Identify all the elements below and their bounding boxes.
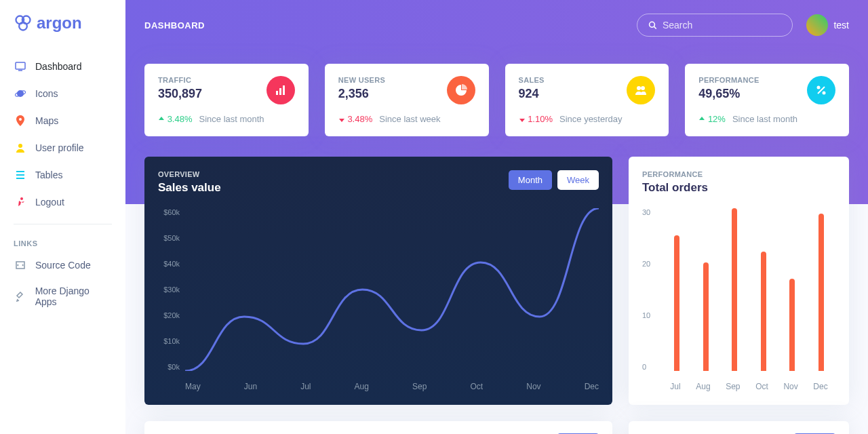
sidebar-item-label: Tables (35, 170, 62, 180)
svg-point-11 (20, 197, 23, 200)
sidebar-item-logout[interactable]: Logout (0, 189, 125, 216)
tab-month[interactable]: Month (509, 170, 552, 190)
chart-overline: PERFORMANCE (642, 170, 708, 178)
username: test (833, 20, 849, 31)
stat-change: 3.48% (158, 114, 193, 124)
search-box[interactable] (637, 14, 793, 37)
argon-logo-icon (14, 14, 33, 33)
divider (14, 224, 112, 224)
brand-name: argon (37, 14, 82, 33)
chart-overline: OVERVIEW (158, 170, 221, 178)
svg-point-2 (19, 22, 27, 31)
sidebar-item-icons[interactable]: Icons (0, 80, 125, 107)
sidebar-item-label: Maps (35, 115, 58, 126)
social-traffic-card: Social traffic See all (629, 421, 849, 434)
chart-title: Total orders (642, 181, 708, 195)
pin-icon (14, 114, 27, 127)
stat-value: 2,356 (338, 87, 385, 101)
percent-icon (807, 76, 835, 104)
stat-since: Since yesterday (559, 114, 623, 124)
main-content: DASHBOARD test TRAFFIC 350,897 (125, 0, 868, 434)
sales-chart-card: OVERVIEW Sales value Month Week $60k$50k… (144, 157, 612, 405)
sidebar-item-label: Logout (35, 197, 64, 208)
planet-icon (14, 87, 27, 100)
svg-point-13 (650, 22, 655, 27)
sidebar-item-tables[interactable]: Tables (0, 161, 125, 189)
line-chart: $60k$50k$40k$30k$20k$10k$0k MayJunJulAug… (158, 208, 599, 391)
avatar (806, 14, 828, 36)
sidebar-item-label: Icons (35, 88, 58, 99)
stat-since: Since last month (732, 114, 797, 124)
orders-chart-card: PERFORMANCE Total orders 3020100 JulAugS… (629, 157, 849, 405)
stat-change: 3.48% (338, 114, 373, 124)
sidebar-item-label: User profile (35, 142, 84, 153)
stat-change: 1.10% (519, 114, 553, 124)
run-icon (14, 195, 27, 209)
sidebar-item-label: Dashboard (35, 61, 82, 72)
stat-label: PERFORMANCE (698, 76, 759, 84)
stat-card-users: NEW USERS 2,356 3.48% Since last week (325, 64, 489, 136)
svg-rect-16 (279, 88, 281, 95)
brand-logo[interactable]: argon (0, 14, 125, 53)
code-icon (14, 258, 27, 272)
svg-point-7 (18, 144, 22, 148)
tab-week[interactable]: Week (557, 170, 599, 190)
stat-since: Since last week (379, 114, 440, 124)
search-input[interactable] (663, 20, 781, 31)
stat-label: TRAFFIC (158, 76, 202, 84)
chart-bar-icon (267, 76, 295, 104)
stat-since: Since last month (199, 114, 264, 124)
stat-value: 350,897 (158, 87, 202, 101)
pie-icon (447, 76, 475, 104)
stat-card-traffic: TRAFFIC 350,897 3.48% Since last month (144, 64, 309, 136)
svg-point-19 (641, 86, 645, 90)
search-icon (648, 20, 657, 30)
chart-title: Sales value (158, 181, 221, 195)
sidebar-item-dashboard[interactable]: Dashboard (0, 53, 125, 80)
chart-toggle-group: Month Week (509, 170, 599, 190)
stat-card-sales: SALES 924 1.10% Since yesterday (505, 64, 669, 136)
svg-line-14 (654, 26, 656, 28)
svg-point-18 (637, 86, 641, 90)
bar-chart: 3020100 JulAugSepOctNovDec (642, 208, 835, 391)
sidebar-item-maps[interactable]: Maps (0, 107, 125, 134)
svg-point-21 (823, 92, 826, 95)
rocket-icon (14, 290, 27, 303)
stat-label: SALES (519, 76, 545, 84)
sidebar-item-more[interactable]: More Django Apps (0, 279, 125, 314)
stat-label: NEW USERS (338, 76, 385, 84)
svg-rect-17 (283, 85, 285, 95)
stat-card-performance: PERFORMANCE 49,65% 12% Since last month (685, 64, 849, 136)
svg-point-20 (817, 86, 821, 90)
stat-value: 924 (519, 87, 545, 101)
page-visits-card: Page visits See all (144, 421, 612, 434)
stat-change: 12% (698, 114, 726, 124)
sidebar: argon Dashboard Icons Maps User profile … (0, 0, 125, 434)
page-title: DASHBOARD (144, 20, 205, 31)
sidebar-item-label: Source Code (35, 260, 91, 271)
users-icon (627, 76, 655, 104)
stat-value: 49,65% (698, 87, 759, 101)
sidebar-item-source[interactable]: Source Code (0, 252, 125, 279)
user-icon (14, 141, 27, 155)
links-header: LINKS (0, 233, 125, 252)
svg-rect-15 (276, 91, 278, 95)
list-icon (14, 168, 27, 182)
tv-icon (14, 60, 27, 73)
sidebar-item-label: More Django Apps (35, 285, 112, 307)
user-menu[interactable]: test (806, 14, 849, 36)
sidebar-item-profile[interactable]: User profile (0, 134, 125, 161)
svg-rect-3 (16, 62, 25, 69)
